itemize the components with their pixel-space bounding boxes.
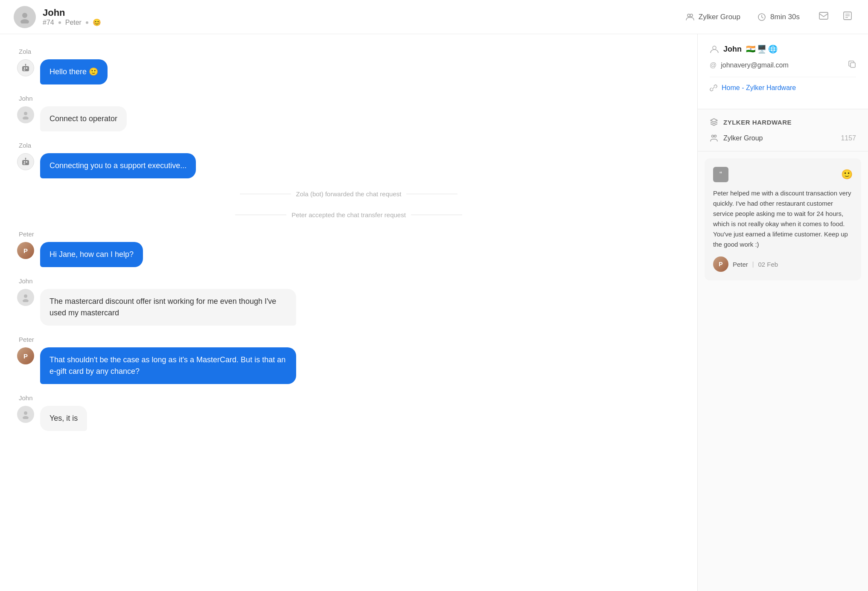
company-row: ZYLKER HARDWARE bbox=[710, 118, 856, 126]
header-actions bbox=[817, 9, 854, 25]
svg-rect-20 bbox=[26, 161, 27, 163]
user-info-row: John 🇮🇳 🖥️ 🌐 bbox=[710, 44, 856, 54]
group-left: Zylker Group bbox=[710, 134, 763, 143]
svg-line-30 bbox=[713, 87, 715, 89]
message-row-2: Connect to operator bbox=[17, 106, 680, 131]
bubble-yes: Yes, it is bbox=[40, 406, 87, 431]
timer-value: 8min 30s bbox=[770, 13, 800, 21]
review-card: “ 🙂 Peter helped me with a discount tran… bbox=[705, 158, 861, 280]
user-icon-2 bbox=[21, 110, 30, 119]
home-link[interactable]: Home - Zylker Hardware bbox=[722, 84, 796, 92]
group-meta: Zylker Group bbox=[686, 13, 740, 21]
message-group-7: John Yes, it is bbox=[17, 394, 680, 431]
message-group-6: Peter P That shouldn't be the case as lo… bbox=[17, 336, 680, 384]
user-avatar-5 bbox=[17, 289, 34, 306]
header-left: John #74 Peter 😊 bbox=[14, 6, 101, 28]
group-row: Zylker Group 1157 bbox=[710, 134, 856, 143]
svg-point-28 bbox=[713, 46, 716, 49]
connecting-text: Connecting you to a support executive... bbox=[50, 161, 186, 170]
group-count: 1157 bbox=[841, 134, 856, 142]
svg-point-32 bbox=[714, 135, 717, 137]
review-header: “ 🙂 bbox=[713, 167, 853, 182]
review-emoji: 🙂 bbox=[841, 169, 853, 180]
main-content: Zola Hello there 🙂 bbox=[0, 34, 868, 591]
bubble-gift-card: That shouldn't be the case as long as it… bbox=[40, 347, 296, 384]
yes-text: Yes, it is bbox=[50, 414, 78, 422]
link-icon bbox=[710, 84, 717, 92]
svg-point-26 bbox=[24, 411, 27, 415]
group-icon bbox=[686, 13, 694, 21]
copy-email-button[interactable] bbox=[848, 61, 856, 70]
at-icon: @ bbox=[710, 61, 717, 69]
user-icon-5 bbox=[21, 293, 30, 302]
agent-avatar-peter-1: P bbox=[17, 242, 34, 259]
reviewer-avatar: P bbox=[713, 256, 728, 272]
sender-label-john-1: John bbox=[17, 95, 680, 102]
bubble-hello: Hello there 🙂 bbox=[40, 59, 108, 84]
reviewer-date: 02 Feb bbox=[758, 261, 778, 268]
notes-icon bbox=[842, 11, 853, 21]
ticket-id: #74 bbox=[43, 19, 54, 26]
flag-finder: 🖥️ bbox=[757, 44, 766, 54]
message-group-3: Zola Connecting you to a support executi… bbox=[17, 142, 680, 178]
svg-point-22 bbox=[25, 158, 26, 159]
panel-user-name: John bbox=[723, 45, 742, 54]
header-info: John #74 Peter 😊 bbox=[43, 7, 101, 26]
svg-rect-5 bbox=[819, 12, 828, 19]
system-message-2: Peter accepted the chat transfer request bbox=[17, 211, 680, 218]
svg-rect-10 bbox=[22, 66, 29, 71]
header-sub: #74 Peter 😊 bbox=[43, 18, 101, 26]
svg-rect-19 bbox=[24, 161, 25, 163]
reviewer-name: Peter bbox=[733, 261, 748, 268]
panel-user-icon bbox=[710, 44, 719, 54]
user-icon-7 bbox=[21, 410, 30, 419]
group-name: Zylker Group bbox=[699, 13, 740, 21]
svg-rect-12 bbox=[26, 67, 27, 69]
peter-initial: P bbox=[23, 247, 28, 254]
svg-rect-23 bbox=[23, 163, 25, 164]
message-row-1: Hello there 🙂 bbox=[17, 59, 680, 84]
mastercard-text: The mastercard discount offer isnt worki… bbox=[50, 297, 276, 317]
system-text-2: Peter accepted the chat transfer request bbox=[291, 211, 406, 218]
agent-name: Peter bbox=[65, 19, 82, 26]
bot-icon-1 bbox=[20, 63, 31, 73]
message-group-5: John The mastercard discount offer isnt … bbox=[17, 277, 680, 326]
link-row: Home - Zylker Hardware bbox=[710, 77, 856, 99]
system-line-left-1 bbox=[240, 194, 291, 194]
user-avatar bbox=[14, 6, 36, 28]
reviewer-avatar-inner: P bbox=[713, 256, 728, 272]
header: John #74 Peter 😊 Zylker Group bbox=[0, 0, 868, 34]
svg-point-2 bbox=[687, 14, 690, 17]
hello-text: Hello there 🙂 bbox=[50, 67, 98, 76]
user-avatar-7 bbox=[17, 406, 34, 423]
hi-jane-text: Hi Jane, how can I help? bbox=[50, 250, 134, 259]
copy-icon bbox=[848, 61, 856, 68]
svg-point-1 bbox=[20, 19, 29, 23]
flag-icons: 🇮🇳 🖥️ 🌐 bbox=[746, 44, 778, 54]
email-row: @ johnavery@gmail.com bbox=[710, 61, 856, 70]
flag-india: 🇮🇳 bbox=[746, 44, 755, 54]
sender-label-peter-2: Peter bbox=[17, 336, 680, 343]
email-button[interactable] bbox=[817, 9, 830, 25]
layers-icon bbox=[710, 118, 718, 126]
sender-label-zola-2: Zola bbox=[17, 142, 680, 149]
message-group-4: Peter P Hi Jane, how can I help? bbox=[17, 230, 680, 267]
bubble-connect: Connect to operator bbox=[40, 106, 127, 131]
message-row-4: P Hi Jane, how can I help? bbox=[17, 242, 680, 267]
bubble-connecting: Connecting you to a support executive... bbox=[40, 153, 196, 178]
header-right: Zylker Group 8min 30s bbox=[686, 9, 854, 25]
status-emoji: 😊 bbox=[93, 18, 101, 26]
notes-button[interactable] bbox=[841, 9, 854, 25]
message-group-1: Zola Hello there 🙂 bbox=[17, 48, 680, 84]
svg-rect-18 bbox=[22, 160, 29, 165]
message-row-3: Connecting you to a support executive... bbox=[17, 153, 680, 178]
dot-divider bbox=[58, 21, 61, 24]
group-tree-icon bbox=[710, 134, 718, 143]
message-group-2: John Connect to operator bbox=[17, 95, 680, 131]
agent-avatar-peter-2: P bbox=[17, 347, 34, 364]
company-name: ZYLKER HARDWARE bbox=[723, 119, 792, 126]
svg-point-31 bbox=[712, 135, 714, 137]
email-icon bbox=[818, 11, 829, 21]
sender-label-peter-1: Peter bbox=[17, 230, 680, 238]
bot-avatar-1 bbox=[17, 59, 34, 76]
